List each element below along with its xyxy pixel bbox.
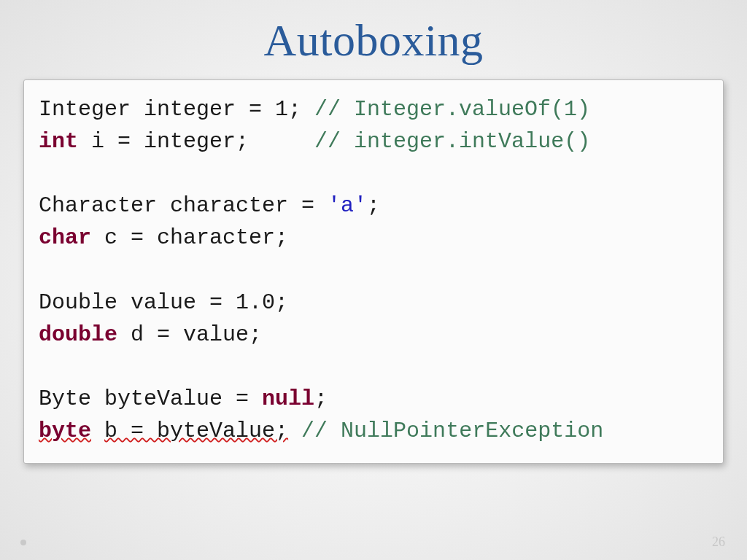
page-number: 26 [712, 534, 725, 550]
code-keyword: double [39, 322, 117, 347]
code-text: Integer integer = 1; [39, 97, 314, 122]
code-block: Integer integer = 1; // Integer.valueOf(… [39, 93, 708, 447]
code-string: 'a' [328, 193, 367, 218]
code-text [288, 419, 301, 443]
decorative-dot-icon [20, 540, 26, 545]
code-text: i = integer; [78, 129, 314, 154]
code-text: Character character = [39, 193, 328, 218]
code-comment: // integer.intValue() [314, 129, 590, 154]
slide: Autoboxing Integer integer = 1; // Integ… [0, 0, 747, 560]
code-error: b = byteValue; [104, 419, 288, 443]
slide-title: Autoboxing [263, 15, 483, 66]
code-text: ; [367, 193, 380, 218]
code-text: Double value = 1.0; [39, 290, 288, 315]
code-keyword: null [262, 386, 314, 411]
code-box: Integer integer = 1; // Integer.valueOf(… [23, 79, 724, 464]
code-keyword: char [39, 225, 91, 250]
code-comment: // Integer.valueOf(1) [314, 97, 590, 122]
code-text: Byte byteValue = [39, 386, 262, 411]
code-text: c = character; [91, 225, 288, 250]
code-text: ; [314, 386, 328, 411]
code-text [91, 419, 104, 443]
code-keyword-error: byte [39, 419, 91, 443]
code-keyword: int [39, 129, 78, 154]
code-text: d = value; [117, 322, 262, 347]
code-comment: // NullPointerException [301, 419, 603, 443]
